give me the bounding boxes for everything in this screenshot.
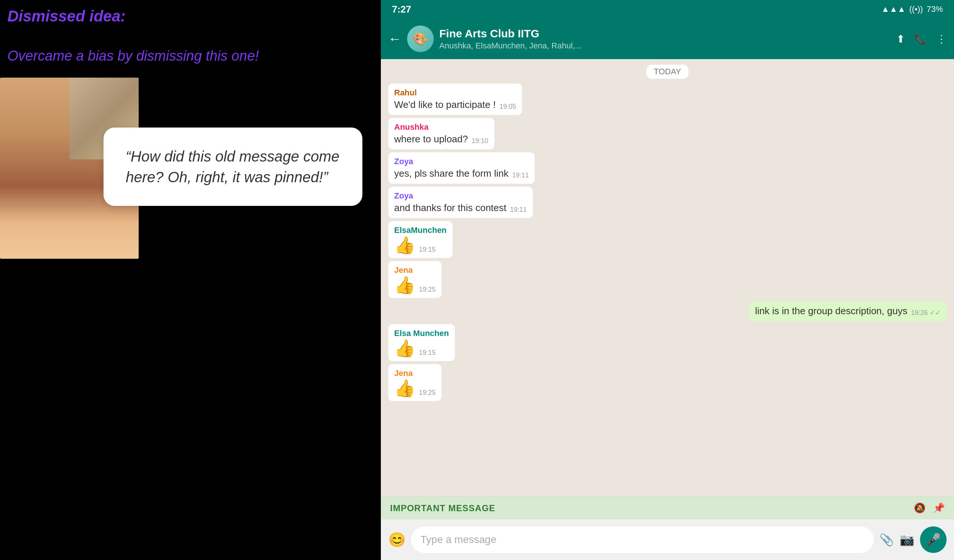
sender-name-anushka: Anushka xyxy=(394,122,488,132)
thumbs-up-emoji: 👍 xyxy=(394,277,415,294)
message-text-jena-1: 👍 19:25 xyxy=(394,277,436,294)
group-avatar: 🎨 xyxy=(407,25,434,52)
important-message-bar: IMPORTANT MESSAGE 🔕 📌 xyxy=(381,496,954,520)
attach-button[interactable]: 📎 xyxy=(879,533,894,547)
sender-name-jena-2: Jena xyxy=(394,369,436,378)
header-icons: ⬆ 📞 ⋮ xyxy=(896,33,946,45)
sender-name-elsa-1: ElsaMunchen xyxy=(394,226,447,235)
message-text-zoya-1: yes, pls share the form link 19:11 xyxy=(394,168,529,179)
message-content: where to upload? xyxy=(394,134,468,145)
message-content: link is in the group description, guys xyxy=(755,305,907,317)
message-bubble-anushka: Anushka where to upload? 19:10 xyxy=(388,118,494,149)
pin-icon[interactable]: 📌 xyxy=(933,502,945,514)
message-input-field[interactable]: Type a message xyxy=(411,526,874,553)
mic-icon: 🎤 xyxy=(926,532,941,547)
call-icon[interactable]: 📞 xyxy=(914,33,927,45)
sender-name-elsa-2: Elsa Munchen xyxy=(394,328,449,338)
status-time: 7:27 xyxy=(392,4,411,15)
message-bubble-jena-1: Jena 👍 19:25 xyxy=(388,261,441,298)
chat-area: TODAY Rahul We'd like to participate ! 1… xyxy=(381,59,954,496)
group-name: Fine Arts Club IITG xyxy=(439,27,891,40)
message-bubble-zoya-1: Zoya yes, pls share the form link 19:11 xyxy=(388,152,535,184)
status-bar: 7:27 ▲▲▲ ((•)) 73% xyxy=(381,0,954,19)
message-time: 19:15 xyxy=(419,349,436,357)
sender-name-zoya-2: Zoya xyxy=(394,191,527,201)
sender-name-rahul: Rahul xyxy=(394,88,516,98)
back-button[interactable]: ← xyxy=(388,31,402,47)
message-time: 19:05 xyxy=(500,103,516,110)
speech-bubble-text: “How did this old message come here? Oh,… xyxy=(126,146,340,187)
status-icons: ▲▲▲ ((•)) 73% xyxy=(882,5,943,14)
camera-button[interactable]: 📷 xyxy=(899,533,914,547)
mute-icon[interactable]: 🔕 xyxy=(914,502,926,514)
message-bubble-zoya-2: Zoya and thanks for this contest 19:11 xyxy=(388,187,533,218)
message-bubble-rahul: Rahul We'd like to participate ! 19:05 xyxy=(388,84,522,115)
message-text-rahul: We'd like to participate ! 19:05 xyxy=(394,99,516,110)
message-time: 19:11 xyxy=(512,171,529,179)
message-time: 19:25 xyxy=(419,286,436,294)
important-bar-icons: 🔕 📌 xyxy=(914,502,945,514)
thumbs-up-emoji: 👍 xyxy=(394,380,415,397)
more-options-icon[interactable]: ⋮ xyxy=(936,33,946,45)
group-members: Anushka, ElsaMunchen, Jena, Rahul,... xyxy=(439,41,891,51)
message-time: 19:11 xyxy=(510,206,527,214)
speech-bubble: “How did this old message come here? Oh,… xyxy=(103,128,362,206)
date-badge: TODAY xyxy=(646,65,689,79)
message-text-zoya-2: and thanks for this contest 19:11 xyxy=(394,202,527,214)
message-bubble-jena-2: Jena 👍 19:25 xyxy=(388,364,441,401)
wifi-icon: ((•)) xyxy=(909,5,923,14)
mic-button[interactable]: 🎤 xyxy=(920,526,946,553)
message-text-jena-2: 👍 19:25 xyxy=(394,380,436,397)
sender-name-zoya: Zoya xyxy=(394,157,529,166)
battery-indicator: 73% xyxy=(927,5,943,14)
message-content: and thanks for this contest xyxy=(394,202,507,214)
whatsapp-panel: 7:27 ▲▲▲ ((•)) 73% ← 🎨 Fine Arts Club II… xyxy=(381,0,954,560)
message-content: yes, pls share the form link xyxy=(394,168,508,179)
message-time-sent: 19:26 ✓✓ xyxy=(911,309,941,317)
thumbs-up-emoji: 👍 xyxy=(394,340,415,357)
dismissed-idea-title: Dismissed idea: xyxy=(8,8,126,25)
input-bar: 😊 Type a message 📎 📷 🎤 xyxy=(381,520,954,560)
message-text-sent: link is in the group description, guys 1… xyxy=(755,305,941,317)
left-panel: Dismissed idea: Overcame a bias by dismi… xyxy=(0,0,381,560)
thumbs-up-emoji: 👍 xyxy=(394,236,415,254)
message-bubble-sent: link is in the group description, guys 1… xyxy=(749,301,946,321)
group-info: Fine Arts Club IITG Anushka, ElsaMunchen… xyxy=(439,27,891,51)
sender-name-jena-1: Jena xyxy=(394,265,436,275)
message-bubble-elsa-1: ElsaMunchen 👍 19:15 xyxy=(388,221,453,258)
message-placeholder: Type a message xyxy=(421,534,496,546)
message-content: We'd like to participate ! xyxy=(394,99,496,110)
upload-icon[interactable]: ⬆ xyxy=(896,33,905,45)
message-text-elsa-1: 👍 19:15 xyxy=(394,236,447,254)
emoji-button[interactable]: 😊 xyxy=(388,532,405,548)
overcame-text: Overcame a bias by dismissing this one! xyxy=(8,48,259,64)
message-text-anushka: where to upload? 19:10 xyxy=(394,134,488,145)
message-time: 19:25 xyxy=(419,389,436,397)
signal-icon: ▲▲▲ xyxy=(882,5,906,14)
message-bubble-elsa-2: Elsa Munchen 👍 19:15 xyxy=(388,324,455,361)
important-message-label: IMPORTANT MESSAGE xyxy=(390,503,496,513)
chat-header: ← 🎨 Fine Arts Club IITG Anushka, ElsaMun… xyxy=(381,19,954,59)
message-time: 19:15 xyxy=(419,246,436,254)
message-text-elsa-2: 👍 19:15 xyxy=(394,340,449,357)
message-time: 19:10 xyxy=(471,137,488,145)
